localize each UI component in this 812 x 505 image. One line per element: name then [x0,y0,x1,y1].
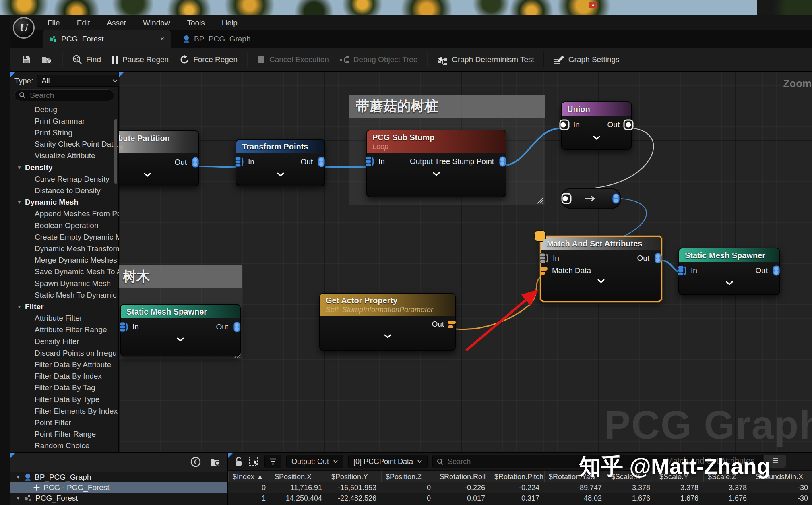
comment-title[interactable]: 带蘑菇的树桩 [349,95,545,118]
collapse-chevron-icon[interactable] [121,333,240,345]
palette-item-filter-elements-by-index[interactable]: Filter Elements By Index [10,406,119,417]
output-pin-icon[interactable] [623,119,634,131]
data-dropdown[interactable]: [0] PCGPoint Data [348,455,428,468]
palette-item-attribute-filter-range[interactable]: Attribute Filter Range [10,324,119,336]
inspect-marker-icon[interactable] [534,230,546,242]
palette-item-spawn-dynamic-mesh[interactable]: Spawn Dynamic Mesh [10,278,119,290]
type-dropdown[interactable]: All [37,75,122,87]
palette-item-static-mesh-to-dynamic[interactable]: Static Mesh To Dynamic [10,290,119,301]
palette-item-append-meshes-from-po[interactable]: Append Meshes From Po [10,208,119,220]
collapse-triangle-icon[interactable]: ▼ [17,165,22,170]
comment-resize-handle[interactable] [536,196,544,204]
collapse-chevron-icon[interactable] [320,330,455,341]
outliner-row-bp-pcg-graph[interactable]: ▼BP_PCG_Graph [10,472,227,482]
menu-item-asset[interactable]: Asset [107,15,126,30]
table-row[interactable]: 114,250.404-22,482.52600.0170.31748.021.… [228,493,812,503]
palette-item-sanity-check-point-data[interactable]: Sanity Check Point Data [10,139,119,150]
pause-regen-button[interactable]: Pause Regen [112,55,169,64]
palette-scrollbar[interactable] [114,119,117,184]
collapse-chevron-icon[interactable] [119,169,198,180]
output-pin-icon[interactable] [497,156,508,167]
save-button[interactable] [21,55,31,64]
collapse-chevron-icon[interactable] [236,168,324,180]
palette-category-dynamic-mesh[interactable]: ▼Dynamic Mesh [10,197,119,208]
palette-item-create-empty-dynamic-m[interactable]: Create Empty Dynamic M [10,232,119,243]
tab-close-icon[interactable]: × [160,35,164,43]
outliner-row-pcg-pcg-forest[interactable]: PCG - PCG_Forest [10,482,227,493]
collapse-chevron-icon[interactable] [679,277,779,288]
palette-item-density-filter[interactable]: Density Filter [10,336,119,348]
menu-item-help[interactable]: Help [222,15,238,30]
output-dropdown[interactable]: Output: Out [286,455,343,468]
outliner-row-pcg-component-pcg-forest[interactable]: PCG Component - PCG_Forest [10,503,227,505]
input-pin-icon[interactable] [234,156,245,168]
comment-title[interactable]: 树木 [119,265,242,288]
palette-item-discard-points-on-irregu[interactable]: Discard Points on Irregu [10,348,119,359]
column-header-rotation-roll[interactable]: $Rotation.Roll [436,471,490,483]
node-static-mesh-spawner-right[interactable]: Static Mesh Spawner In Out [678,248,780,295]
expand-triangle-icon[interactable]: ▼ [15,474,21,480]
param-pin-icon[interactable] [447,319,457,329]
output-pin-icon[interactable] [190,157,200,168]
column-header-index[interactable]: $Index ▲ [228,471,271,483]
collapse-chevron-icon[interactable] [367,168,506,179]
input-pin-icon[interactable] [539,252,550,264]
node-get-actor-property[interactable]: Get Actor Property Self, StumpInformatio… [319,293,456,351]
palette-item-dynamic-mesh-transform[interactable]: Dynamic Mesh Transform [10,243,119,255]
collapse-chevron-icon[interactable] [562,132,631,143]
palette-item-attribute-filter[interactable]: Attribute Filter [10,313,119,324]
output-pin-icon[interactable] [611,192,621,205]
output-pin-icon[interactable] [316,156,326,168]
palette-category-filter[interactable]: ▼Filter [10,301,119,313]
palette-item-debug[interactable]: Debug [10,104,119,116]
palette-category-density[interactable]: ▼Density [10,162,119,174]
input-pin-icon[interactable] [559,119,570,131]
output-pin-icon[interactable] [231,321,242,333]
column-header-rotation-pitch[interactable]: $Rotation.Pitch [490,471,544,483]
node-transform-points[interactable]: Transform Points In Out [236,139,325,186]
node-pcg-sub-stump[interactable]: PCG Sub Stump Loop In Output Tree Stump … [366,130,506,197]
node-union[interactable]: Union In Out [561,101,632,150]
palette-item-print-string[interactable]: Print String [10,127,119,139]
output-pin-icon[interactable] [771,265,781,276]
palette-item-filter-data-by-attribute[interactable]: Filter Data By Attribute [10,359,119,371]
node-to-point-converter[interactable] [561,188,621,209]
palette-item-boolean-operation[interactable]: Boolean Operation [10,220,119,232]
palette-item-visualize-attribute[interactable]: Visualize Attribute [10,150,119,162]
palette-item-save-dynamic-mesh-to-a[interactable]: Save Dynamic Mesh To A [10,266,119,278]
palette-item-filter-data-by-index[interactable]: Filter Data By Index [10,370,119,382]
table-row[interactable]: 011,716.91-16,501.9530-0.226-0.224-89.74… [228,482,812,493]
palette-item-distance-to-density[interactable]: Distance to Density [10,185,119,197]
viewport-close-icon[interactable]: ✕ [589,2,597,8]
input-pin-icon[interactable] [677,265,688,276]
expand-triangle-icon[interactable]: ▼ [15,495,21,501]
graph-canvas[interactable]: Zoom 1:1 PCG Graph 带蘑菇的树桩 树木 Attribute P… [119,72,812,452]
tab-bp-pcg-graph[interactable]: BP_PCG_Graph [176,30,269,48]
back-arrow-icon[interactable] [190,457,201,467]
param-pin-icon[interactable] [539,265,549,276]
column-header-position-z[interactable]: $Position.Z [381,471,436,483]
palette-item-curve-remap-density[interactable]: Curve Remap Density [10,174,119,185]
marquee-select-icon[interactable] [248,456,260,467]
column-header-position-y[interactable]: $Position.Y [327,471,381,483]
find-button[interactable]: Find [72,54,101,65]
palette-search[interactable] [14,89,114,101]
menu-item-tools[interactable]: Tools [187,15,205,30]
output-pin-icon[interactable] [653,252,663,264]
palette-search-input[interactable] [29,91,103,100]
graph-determinism-test-button[interactable]: Graph Determinism Test [437,54,534,65]
outliner-row-pcg-forest[interactable]: ▼PCG_Forest [10,493,227,503]
collapse-chevron-icon[interactable] [541,277,661,286]
input-pin-icon[interactable] [119,321,129,333]
collapse-triangle-icon[interactable]: ▼ [17,199,22,205]
column-header-position-x[interactable]: $Position.X [271,471,327,483]
node-match-and-set-attributes[interactable]: Match And Set Attributes In Out Match Da… [540,236,662,302]
unreal-logo-icon[interactable]: U [13,17,35,39]
palette-item-filter-data-by-type[interactable]: Filter Data By Type [10,394,119,406]
browse-folder-icon[interactable] [210,457,221,467]
menu-item-window[interactable]: Window [143,15,170,30]
palette-item-merge-dynamic-meshes[interactable]: Merge Dynamic Meshes [10,255,119,266]
palette-item-print-grammar[interactable]: Print Grammar [10,116,119,127]
palette-item-filter-data-by-tag[interactable]: Filter Data By Tag [10,382,119,394]
node-attribute-partition[interactable]: Attribute Partition $Index In Out [119,130,199,186]
